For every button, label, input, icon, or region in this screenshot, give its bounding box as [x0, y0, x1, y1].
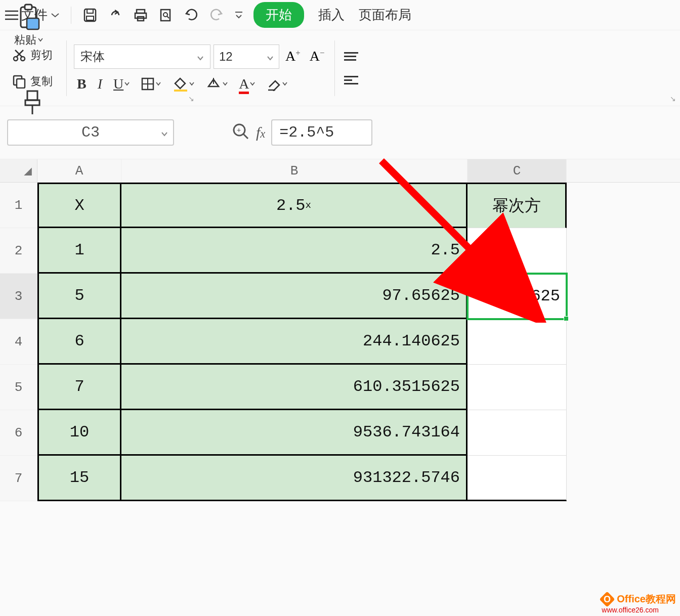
row-header-2[interactable]: 2	[0, 228, 37, 274]
column-header-row: ◢ A B C	[0, 159, 680, 183]
watermark-title: Office教程网	[617, 593, 676, 604]
decrease-font-icon[interactable]: A−	[310, 48, 325, 64]
quick-access-dropdown-icon[interactable]	[229, 7, 248, 23]
cell-B6[interactable]: 9536.743164	[121, 410, 468, 456]
col-header-C[interactable]: C	[468, 159, 567, 182]
watermark-badge-icon: O	[600, 591, 615, 607]
cell-A3[interactable]: 5	[37, 274, 121, 319]
menu-divider	[71, 7, 71, 24]
redo-icon[interactable]	[204, 5, 229, 26]
cut-button[interactable]: 剪切	[12, 48, 53, 63]
row-header-4[interactable]: 4	[0, 319, 37, 365]
align-group	[337, 30, 365, 106]
cell-A6[interactable]: 10	[37, 410, 121, 456]
tab-insert[interactable]: 插入	[318, 6, 345, 24]
row-header-3[interactable]: 3	[0, 274, 37, 319]
font-name-select[interactable]: 宋体	[74, 45, 210, 69]
name-box[interactable]: C3	[7, 119, 174, 146]
cell-A2[interactable]: 1	[37, 228, 121, 274]
svg-point-10	[163, 13, 167, 17]
formula-bar: C3 + fx =2.5^5	[0, 106, 680, 159]
col-header-B[interactable]: B	[121, 159, 468, 182]
row-header-6[interactable]: 6	[0, 410, 37, 456]
cell-A5[interactable]: 7	[37, 365, 121, 410]
tab-layout[interactable]: 页面布局	[359, 6, 411, 24]
svg-point-17	[21, 57, 25, 61]
watermark: O Office教程网 www.office26.com	[602, 594, 676, 614]
underline-icon[interactable]: U	[113, 76, 130, 92]
cell-B1[interactable]: 2.5x	[121, 183, 468, 228]
cell-B5[interactable]: 610.3515625	[121, 365, 468, 410]
borders-icon[interactable]	[141, 77, 161, 91]
font-color-icon[interactable]: A	[239, 76, 255, 92]
table-row: 2 1 2.5	[0, 228, 680, 274]
eraser-icon[interactable]	[266, 77, 287, 91]
cell-C7[interactable]	[468, 456, 567, 501]
align-top-icon[interactable]	[344, 52, 358, 61]
bold-icon[interactable]: B	[77, 76, 87, 92]
svg-rect-28	[174, 90, 187, 92]
fill-color-icon[interactable]	[172, 76, 194, 92]
svg-rect-14	[25, 5, 32, 10]
cell-C3-selected[interactable]: 97.65625	[468, 274, 567, 319]
font-size-select[interactable]: 12	[214, 45, 279, 69]
row-header-7[interactable]: 7	[0, 456, 37, 501]
group-launcher-icon[interactable]: ↘	[188, 95, 194, 103]
table-row: 6 10 9536.743164	[0, 410, 680, 456]
undo-icon[interactable]	[179, 5, 204, 26]
cell-B4[interactable]: 244.140625	[121, 319, 468, 365]
cell-A7[interactable]: 15	[37, 456, 121, 501]
cut-label: 剪切	[30, 48, 53, 63]
svg-rect-22	[27, 91, 37, 100]
table-row: 7 15 931322.5746	[0, 456, 680, 501]
cell-C1[interactable]: 幂次方	[468, 183, 567, 228]
ribbon: 粘贴 剪切 复制 格式刷 ↘ 宋体	[0, 30, 680, 106]
cell-B3[interactable]: 97.65625	[121, 274, 468, 319]
svg-point-16	[14, 57, 18, 61]
cell-A4[interactable]: 6	[37, 319, 121, 365]
font-name-value: 宋体	[80, 49, 105, 65]
row-header-5[interactable]: 5	[0, 365, 37, 410]
tab-begin[interactable]: 开始	[253, 2, 304, 28]
col-header-A[interactable]: A	[37, 159, 121, 182]
svg-line-32	[243, 134, 248, 139]
fx-icon[interactable]: fx	[256, 124, 265, 141]
cell-C3-value: 97.65625	[482, 287, 560, 305]
table-row: 4 6 244.140625	[0, 319, 680, 365]
increase-font-icon[interactable]: A+	[285, 48, 301, 64]
copy-button[interactable]: 复制	[12, 74, 53, 89]
select-all-corner[interactable]: ◢	[0, 159, 37, 182]
share-icon[interactable]	[103, 5, 128, 26]
print-icon[interactable]	[128, 5, 153, 26]
cell-B2[interactable]: 2.5	[121, 228, 468, 274]
cell-C4[interactable]	[468, 319, 567, 365]
clipboard-group: 粘贴 剪切 复制 格式刷	[0, 30, 64, 106]
italic-icon[interactable]: I	[98, 76, 102, 92]
cell-C2[interactable]	[468, 228, 567, 274]
cell-C5[interactable]	[468, 365, 567, 410]
font-group-launcher-icon[interactable]: ↘	[670, 95, 676, 103]
save-icon[interactable]	[77, 5, 103, 26]
table-row: 5 7 610.3515625	[0, 365, 680, 410]
fill-icon[interactable]	[205, 76, 228, 92]
cell-B1-base: 2.5	[276, 196, 306, 215]
formula-input[interactable]: =2.5^5	[271, 119, 372, 146]
spreadsheet: ◢ A B C 1 X 2.5x 幂次方 2 1 2.5 3 5 97.6562…	[0, 159, 680, 501]
align-left-icon[interactable]	[344, 76, 358, 84]
svg-rect-5	[87, 16, 94, 20]
formula-value: =2.5^5	[279, 124, 334, 141]
paste-button[interactable]: 粘贴	[14, 3, 43, 48]
svg-rect-9	[161, 10, 170, 21]
cell-B7[interactable]: 931322.5746	[121, 456, 468, 501]
fill-handle[interactable]	[564, 316, 569, 321]
print-preview-icon[interactable]	[153, 5, 179, 26]
row-header-1[interactable]: 1	[0, 183, 37, 228]
paste-label: 粘贴	[14, 32, 36, 48]
table-row: 1 X 2.5x 幂次方	[0, 183, 680, 228]
cell-A1[interactable]: X	[37, 183, 121, 228]
cell-C6[interactable]	[468, 410, 567, 456]
cell-B1-sup: x	[306, 200, 312, 211]
copy-label: 复制	[30, 74, 53, 89]
svg-text:+: +	[237, 126, 241, 134]
zoom-search-icon[interactable]: +	[232, 122, 250, 143]
